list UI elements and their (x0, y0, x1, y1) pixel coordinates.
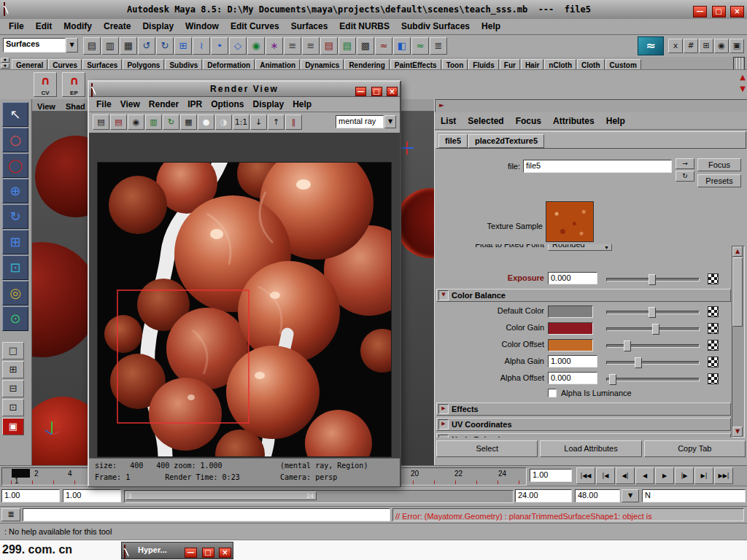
minimize-button[interactable]: — (355, 87, 366, 96)
section-header[interactable]: ▶ Effects (436, 402, 731, 416)
rotate-tool-icon[interactable]: ↻ (2, 204, 28, 229)
attribute-tab[interactable]: file5 (438, 134, 468, 148)
exposure-field[interactable]: 0.000 (548, 272, 597, 284)
menu-item[interactable]: Display (136, 19, 179, 34)
panel-expand-icon[interactable]: ► (439, 101, 444, 109)
ep-curve-tool-icon[interactable]: ∩ EP (62, 72, 85, 97)
lasso-select-tool-icon[interactable]: ○ (2, 128, 28, 152)
character-set-field[interactable]: N (642, 489, 746, 502)
section-header-color-balance[interactable]: ▼ Color Balance (436, 289, 731, 302)
grid-display-icon[interactable]: ⊞ (699, 39, 713, 53)
display-rgb-icon[interactable]: ● (198, 114, 214, 130)
slider-handle[interactable] (649, 307, 656, 318)
mode-selector-arrow-icon[interactable]: ▼ (66, 38, 78, 52)
editor-action-button[interactable]: Copy Tab (644, 440, 746, 457)
soft-mod-tool-icon[interactable]: ◎ (2, 281, 28, 306)
scrollbar-thumb[interactable] (732, 257, 743, 327)
render-view-window[interactable]: Render View — □ × FileViewRenderIPROptio… (88, 80, 401, 487)
numeric-input-icon[interactable]: # (684, 39, 698, 53)
menu-item[interactable]: Edit (30, 19, 58, 34)
render-view-layout-icon[interactable]: ▣ (2, 418, 24, 435)
animation-end-field[interactable]: 48.00 (575, 489, 620, 502)
map-texture-button[interactable] (708, 306, 719, 317)
list-output-operations-icon[interactable]: ≡ (302, 37, 320, 55)
menu-item[interactable]: List (435, 114, 462, 128)
focus-button[interactable]: Focus (697, 158, 741, 171)
renderer-dropdown[interactable]: mental ray (336, 115, 384, 128)
construction-history-icon[interactable]: ∗ (266, 37, 283, 55)
menu-item[interactable]: File (3, 19, 30, 34)
redo-icon[interactable]: ↻ (156, 37, 174, 55)
move-tool-icon[interactable]: ⊕ (2, 179, 28, 203)
camera-settings-icon[interactable]: ◉ (714, 39, 729, 53)
go-to-end-button[interactable]: ▶▶| (714, 467, 733, 484)
map-texture-button[interactable] (708, 323, 719, 334)
slider-track[interactable] (606, 311, 700, 314)
close-button[interactable]: × (219, 548, 231, 558)
collapse-section-icon[interactable]: ▼ (438, 290, 449, 300)
ui-visibility-icon[interactable]: ▣ (729, 39, 744, 53)
menu-item[interactable]: Attributes (547, 114, 600, 128)
one-to-one-icon[interactable]: 1:1 (233, 114, 249, 130)
slider-track[interactable] (606, 278, 700, 281)
menu-item[interactable]: Create (98, 19, 136, 34)
snap-to-plane-icon[interactable]: ◇ (229, 37, 247, 55)
playback-start-field[interactable]: 1.00 (63, 489, 121, 502)
alpha-luminance-checkbox[interactable] (548, 389, 557, 397)
menu-item[interactable]: View (116, 98, 144, 111)
section-header[interactable]: ▶ Node Behavior (436, 433, 731, 438)
minimize-button[interactable]: — (185, 548, 197, 558)
slider-handle[interactable] (609, 374, 616, 385)
file-browse-button[interactable]: → (676, 158, 694, 169)
shelf-tab-menu-icon[interactable]: ▼ (1, 58, 9, 63)
color-swatch[interactable] (548, 339, 593, 351)
scale-tool-icon[interactable]: ⊞ (2, 230, 28, 254)
map-texture-button[interactable] (708, 357, 719, 368)
snap-to-point-icon[interactable]: • (211, 37, 228, 55)
selection-mask-icon[interactable]: x (668, 39, 683, 53)
scroll-down-icon[interactable]: ▼ (732, 427, 743, 437)
list-input-operations-icon[interactable]: ≡ (284, 37, 301, 55)
slider-handle[interactable] (635, 357, 642, 368)
presets-button[interactable]: Presets (697, 174, 741, 187)
slider-track[interactable] (606, 344, 700, 348)
value-field[interactable]: 1.000 (548, 355, 597, 368)
menu-item[interactable]: Options (206, 98, 248, 111)
single-pane-layout-icon[interactable]: □ (2, 342, 24, 359)
section-header[interactable]: ▶ UV Coordinates (436, 418, 731, 431)
step-forward-frame-button[interactable]: ▶| (694, 467, 713, 484)
shelf-scroll-down-icon[interactable]: ▼ (740, 85, 746, 93)
new-scene-icon[interactable]: ▤ (83, 37, 101, 55)
step-back-key-button[interactable]: ◀| (616, 467, 635, 484)
refresh-ipr-icon[interactable]: ↻ (163, 114, 179, 130)
menu-item[interactable]: Edit NURBS (333, 19, 395, 34)
slider-handle[interactable] (652, 324, 659, 335)
trash-icon[interactable] (733, 57, 745, 70)
command-line-icon[interactable]: ≣ (1, 508, 20, 521)
playback-end-field[interactable]: 24.00 (515, 489, 572, 502)
ipr-render-icon[interactable]: ▤ (338, 37, 356, 55)
color-swatch[interactable] (548, 322, 593, 335)
show-manipulator-icon[interactable]: ⊙ (2, 306, 28, 331)
maximize-button[interactable]: □ (202, 548, 214, 558)
current-time-field[interactable]: 1.00 (530, 469, 572, 482)
menu-item[interactable]: Selected (462, 114, 509, 128)
expand-section-icon[interactable]: ▶ (438, 404, 449, 414)
range-bar-track[interactable]: 1 24 (124, 490, 514, 503)
menu-item[interactable]: Render (144, 98, 183, 111)
undo-icon[interactable]: ↺ (138, 37, 155, 55)
slider-track[interactable] (606, 378, 700, 381)
menu-item[interactable]: Display (249, 98, 289, 111)
editor-action-button[interactable]: Select (436, 440, 538, 457)
display-alpha-icon[interactable]: ◑ (215, 114, 232, 130)
menu-item[interactable]: File (92, 98, 116, 111)
slider-handle[interactable] (649, 274, 656, 285)
region-render-icon[interactable]: ▦ (180, 114, 197, 130)
play-backwards-button[interactable]: ◀ (635, 467, 654, 484)
minimize-button[interactable]: — (693, 6, 707, 18)
paint-select-tool-icon[interactable]: ◯ (2, 153, 28, 178)
render-view-titlebar[interactable]: Render View — □ × (89, 82, 400, 97)
maximize-button[interactable]: □ (712, 6, 726, 18)
range-options-arrow-icon[interactable]: ▼ (622, 489, 639, 502)
attribute-scrollbar[interactable]: ▲ ▼ (732, 246, 745, 438)
